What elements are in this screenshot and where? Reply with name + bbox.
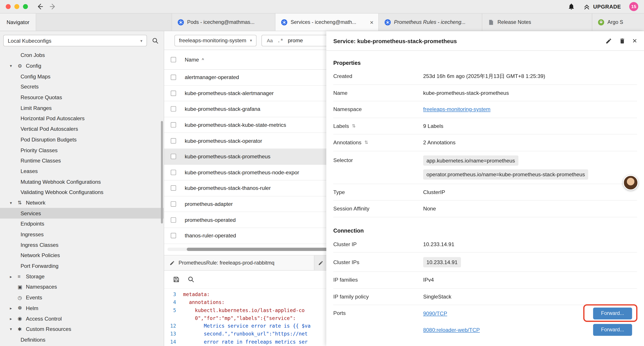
sidebar-search-icon[interactable] [152,37,159,44]
row-label: IP family policy [333,294,423,300]
edit-icon[interactable] [606,37,612,44]
row-checkbox[interactable] [171,217,176,223]
row-checkbox[interactable] [171,201,176,207]
sidebar-item-validating-webhook-configurations[interactable]: Validating Webhook Configurations [0,187,164,198]
row-checkbox[interactable] [171,185,176,191]
chevron-right-icon[interactable]: ▸ [10,306,18,311]
chevron-down-icon[interactable]: ▾ [10,201,18,205]
row-checkbox[interactable] [171,154,176,159]
sidebar-item-label: Config [26,63,41,69]
match-case-toggle[interactable]: Aa [267,37,273,43]
forward-icon[interactable] [49,3,57,10]
tab-argo[interactable]: Argo S [592,13,644,31]
sidebar-item-ingresses[interactable]: Ingresses [0,229,164,240]
row-checkbox[interactable] [171,233,176,238]
row-label: Cluster IP [333,241,423,247]
row-value[interactable]: 9 Labels [423,123,637,129]
sidebar-item-access-control[interactable]: ▸◉Access Control [0,313,164,324]
sidebar-item-endpoints[interactable]: Endpoints [0,219,164,229]
row-checkbox[interactable] [171,75,176,80]
tab-services[interactable]: Services - icecheng@math... × [275,13,379,31]
upgrade-button[interactable]: UPGRADE [583,3,621,10]
sidebar-item-secrets[interactable]: Secrets [0,82,164,92]
row-ip-family-policy: IP family policy SingleStack [333,288,637,305]
close-tab-icon[interactable]: × [369,19,374,25]
port-link-8080-reloader-web[interactable]: 8080:reloader-web/TCP [423,327,480,333]
sidebar-item-label: Secrets [20,84,39,90]
sidebar-item-ingress-classes[interactable]: Ingress Classes [0,240,164,250]
back-icon[interactable] [36,3,44,10]
properties-heading: Properties [333,57,637,68]
expand-collapse-icon[interactable]: ⇅ [352,123,356,129]
sidebar-item-pod-disruption-budgets[interactable]: Pod Disruption Budgets [0,134,164,145]
forward-button[interactable]: Forward... [593,324,632,336]
regex-toggle[interactable]: .* [277,37,283,43]
tab-label: Pods - icecheng@mathmas... [187,19,271,25]
sidebar-item-vertical-pod-autoscalers[interactable]: Vertical Pod Autoscalers [0,124,164,134]
sidebar-item-custom-resources[interactable]: ▾✱Custom Resources [0,324,164,335]
row-checkbox[interactable] [171,170,176,175]
chevron-down-icon[interactable]: ▾ [10,327,18,332]
sidebar-item-definitions[interactable]: Definitions [0,335,164,345]
select-all-checkbox[interactable] [171,57,176,62]
sidebar-item-resource-quotas[interactable]: Resource Quotas [0,92,164,103]
sidebar-item-helm[interactable]: ▸☸Helm [0,303,164,313]
sidebar-item-storage[interactable]: ▸≡Storage [0,271,164,282]
row-value: IPv4 [423,277,637,283]
user-avatar[interactable] [623,175,638,190]
code-text: metadata: [183,291,210,299]
notification-count-badge[interactable]: 15 [629,2,638,11]
sidebar-item-label: Port Forwarding [20,263,58,269]
maximize-window-button[interactable] [23,4,28,9]
column-header-name[interactable]: Name ^ [185,56,204,63]
sidebar-item-runtime-classes[interactable]: Runtime Classes [0,155,164,166]
port-link-9090[interactable]: 9090/TCP [423,310,448,317]
sidebar-scrollbar[interactable] [161,121,163,223]
delete-icon[interactable] [619,37,626,44]
chevron-down-icon[interactable]: ▾ [10,63,18,68]
sidebar-item-label: Mutating Webhook Configurations [20,179,101,185]
tab-pods[interactable]: Pods - icecheng@mathmas... [172,13,276,31]
save-icon[interactable] [173,276,180,283]
minimize-window-button[interactable] [14,4,19,9]
namespace-link[interactable]: freeleaps-monitoring-system [423,106,490,112]
dock-tab-prometheusrule[interactable]: PrometheusRule: freeleaps-prod-rabbitmq [164,256,314,270]
sidebar-item-cron-jobs[interactable]: Cron Jobs [0,50,164,60]
sidebar-item-limit-ranges[interactable]: Limit Ranges [0,103,164,113]
kubeconfig-selector[interactable]: Local Kubeconfigs ▾ [3,35,147,46]
row-cluster-ip: Cluster IP 10.233.14.91 [333,236,637,253]
sidebar-item-config[interactable]: ▾⚙Config [0,61,164,71]
sidebar-item-priority-classes[interactable]: Priority Classes [0,145,164,155]
tab-release-notes[interactable]: Release Notes [482,13,592,31]
notifications-bell-icon[interactable] [568,3,575,10]
row-label: Session Affinity [333,206,423,212]
sidebar-item-config-maps[interactable]: Config Maps [0,71,164,82]
row-checkbox[interactable] [171,138,176,143]
row-checkbox[interactable] [171,91,176,96]
sidebar-item-leases[interactable]: Leases [0,166,164,177]
sidebar-item-network[interactable]: ▾⇅Network [0,198,164,208]
close-window-button[interactable] [6,4,10,9]
tab-prometheus-rules[interactable]: Prometheus Rules - icecheng... [379,13,482,31]
sidebar-item-mutating-webhook-configurations[interactable]: Mutating Webhook Configurations [0,177,164,187]
row-value[interactable]: 2 Annotations [423,139,637,146]
forward-button[interactable]: Forward... [593,307,632,319]
chevron-right-icon[interactable]: ▸ [10,317,18,321]
sidebar-item-namespaces[interactable]: ▣Namespaces [0,282,164,292]
row-checkbox[interactable] [171,122,176,127]
row-labels: Labels⇅ 9 Labels [333,118,637,134]
navigator-tree: Cron Jobs ▾⚙Config Config Maps Secrets R… [0,50,164,346]
chevron-right-icon[interactable]: ▸ [10,274,18,279]
dock-tab-partial[interactable] [314,256,326,270]
chevron-down-icon: ▾ [140,38,142,43]
sidebar-item-network-policies[interactable]: Network Policies [0,250,164,261]
sidebar-item-events[interactable]: ◷Events [0,292,164,303]
namespace-selector[interactable]: freeleaps-monitoring-system ▾ [174,34,257,46]
row-checkbox[interactable] [171,106,176,112]
sidebar-item-services[interactable]: Services [0,208,164,219]
sidebar-item-horizontal-pod-autoscalers[interactable]: Horizontal Pod Autoscalers [0,113,164,124]
editor-search-icon[interactable] [188,276,195,283]
sidebar-item-port-forwarding[interactable]: Port Forwarding [0,261,164,271]
close-drawer-icon[interactable]: × [632,37,637,45]
expand-collapse-icon[interactable]: ⇅ [364,140,368,145]
